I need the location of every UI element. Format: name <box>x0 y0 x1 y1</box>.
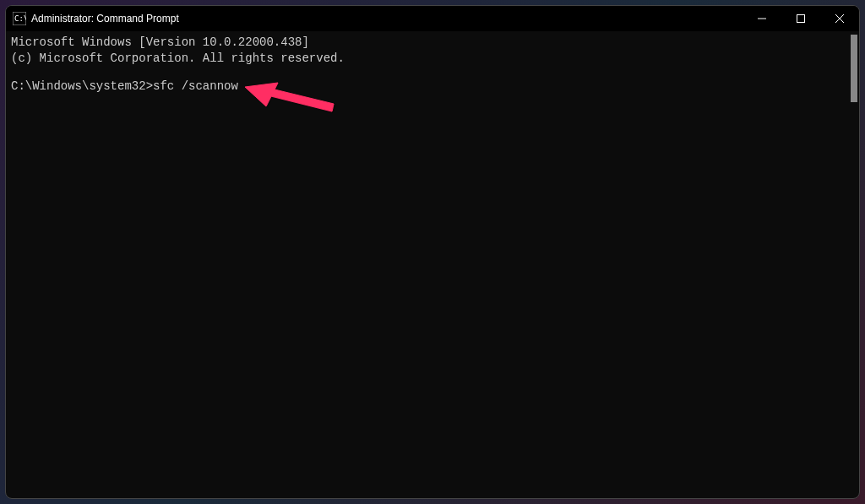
maximize-button[interactable] <box>781 6 820 31</box>
command-prompt-window: C:\ Administrator: Command Prompt <box>5 5 860 499</box>
svg-text:C:\: C:\ <box>14 14 26 23</box>
svg-rect-3 <box>797 15 805 23</box>
cmd-icon: C:\ <box>13 12 26 25</box>
prompt-line: C:\Windows\system32>sfc /scannow <box>11 79 854 95</box>
window-title: Administrator: Command Prompt <box>31 13 743 24</box>
copyright-line: (c) Microsoft Corporation. All rights re… <box>11 51 854 67</box>
version-line: Microsoft Windows [Version 10.0.22000.43… <box>11 35 854 51</box>
close-button[interactable] <box>820 6 859 31</box>
window-controls <box>743 6 859 31</box>
titlebar[interactable]: C:\ Administrator: Command Prompt <box>6 6 859 31</box>
command-text: sfc /scannow <box>153 79 238 93</box>
scrollbar-thumb[interactable] <box>851 35 857 102</box>
prompt-text: C:\Windows\system32> <box>11 79 153 93</box>
terminal-content[interactable]: Microsoft Windows [Version 10.0.22000.43… <box>6 31 859 498</box>
minimize-button[interactable] <box>743 6 781 31</box>
